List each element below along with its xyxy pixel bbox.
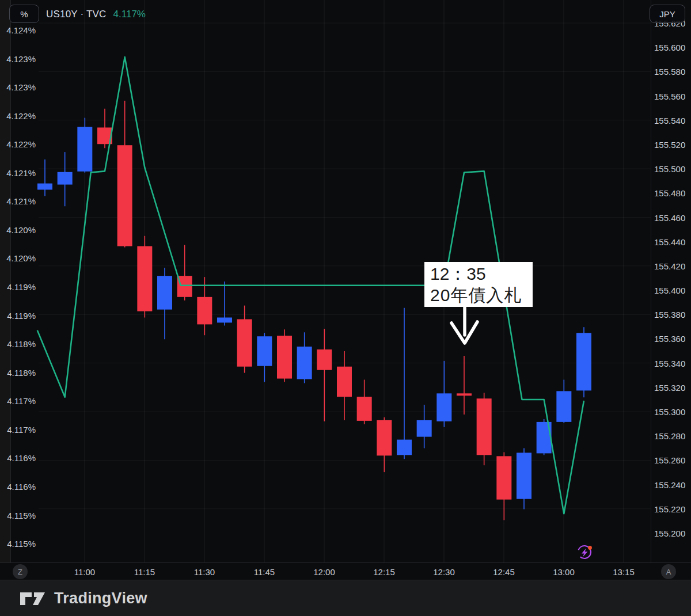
notification-dot — [588, 546, 592, 550]
annotation-box[interactable]: 12：35 20年債入札 — [424, 262, 533, 307]
jpy-price-label: 155.340 — [654, 359, 685, 368]
time-label: 12:30 — [433, 567, 455, 577]
time-label: 13:15 — [613, 567, 635, 577]
jpy-price-label: 155.320 — [654, 383, 685, 392]
price-axis-left[interactable]: 4.124%4.123%4.123%4.122%4.122%4.121%4.12… — [0, 0, 38, 562]
yield-label: 4.116% — [0, 454, 36, 462]
lightning-bolt — [582, 549, 588, 557]
yield-label: 4.115% — [0, 511, 36, 520]
jpy-price-label: 155.240 — [654, 481, 685, 489]
jpy-price-label: 155.540 — [654, 116, 685, 125]
yield-label: 4.120% — [0, 226, 36, 234]
yield-label: 4.117% — [0, 397, 36, 405]
jpy-price-label: 155.420 — [654, 262, 685, 271]
symbol-title: US10Y · TVC — [46, 9, 107, 20]
symbol-title-row: US10Y · TVC 4.117% — [46, 7, 146, 21]
jpy-price-label: 155.500 — [654, 165, 685, 173]
yield-label: 4.121% — [0, 197, 36, 206]
jpy-price-label: 155.580 — [654, 67, 685, 76]
time-label: 12:15 — [373, 567, 395, 577]
annotation-label: 20年債入札 — [430, 284, 533, 306]
tradingview-logo-text: TradingView — [54, 590, 147, 607]
jpy-price-label: 155.440 — [654, 238, 685, 246]
tradingview-logo-icon — [20, 591, 46, 606]
time-label: 12:00 — [313, 567, 335, 577]
chart-window: 4.124%4.123%4.123%4.122%4.122%4.121%4.12… — [0, 0, 691, 616]
jpy-price-label: 155.360 — [654, 334, 685, 343]
yield-label: 4.118% — [0, 368, 36, 377]
candle-series — [37, 101, 591, 520]
jpy-price-label: 155.220 — [654, 505, 685, 514]
attribution-bar: TradingView — [0, 580, 691, 616]
yield-label: 4.123% — [0, 55, 36, 63]
yield-label: 4.119% — [0, 283, 36, 291]
jpy-price-label: 155.300 — [654, 408, 685, 416]
yield-label: 4.119% — [0, 311, 36, 320]
unit-percent-button[interactable]: % — [9, 5, 39, 23]
time-label: 12:45 — [493, 567, 515, 577]
price-axis-right[interactable]: 155.620155.600155.580155.560155.540155.5… — [651, 0, 691, 562]
yield-label: 4.116% — [0, 482, 36, 491]
jpy-price-label: 155.600 — [654, 43, 685, 52]
time-label: 11:00 — [74, 567, 95, 577]
jpy-price-label: 155.520 — [654, 140, 685, 149]
last-value: 4.117% — [113, 9, 146, 20]
time-label: 11:45 — [254, 567, 275, 577]
time-label: 11:15 — [134, 567, 155, 577]
time-label: 13:00 — [553, 567, 575, 577]
yield-label: 4.121% — [0, 169, 36, 177]
jpy-price-label: 155.200 — [654, 529, 685, 538]
jpy-price-label: 155.560 — [654, 92, 685, 101]
yield-label: 4.118% — [0, 340, 36, 348]
yield-label: 4.120% — [0, 254, 36, 263]
yield-label: 4.124% — [0, 26, 36, 35]
jpy-price-label: 155.260 — [654, 456, 685, 465]
yield-label: 4.122% — [0, 140, 36, 149]
time-axis[interactable]: Z A 11:0011:1511:3011:4512:0012:1512:301… — [0, 562, 691, 580]
timezone-badge[interactable]: Z — [13, 564, 28, 579]
chart-canvas[interactable] — [0, 0, 691, 562]
annotation-arrow — [451, 307, 477, 343]
jpy-price-label: 155.400 — [654, 286, 685, 295]
jpy-price-label: 155.480 — [654, 189, 685, 197]
jpy-price-label: 155.460 — [654, 214, 685, 222]
lightning-icon[interactable] — [576, 543, 594, 561]
jpy-price-label: 155.380 — [654, 310, 685, 319]
jpy-price-label: 155.280 — [654, 432, 685, 440]
yield-label: 4.122% — [0, 112, 36, 120]
yield-label: 4.123% — [0, 83, 36, 92]
yield-label: 4.117% — [0, 425, 36, 434]
tradingview-logo[interactable]: TradingView — [20, 590, 147, 607]
yield-label: 4.115% — [0, 539, 36, 548]
annotation-time: 12：35 — [430, 263, 533, 284]
currency-jpy-button[interactable]: JPY — [650, 5, 685, 23]
auto-scale-badge[interactable]: A — [661, 564, 676, 579]
time-label: 11:30 — [194, 567, 215, 577]
